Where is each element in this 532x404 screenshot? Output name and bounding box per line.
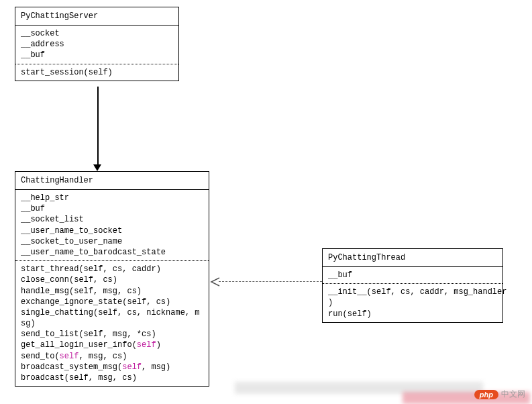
arrowhead-left-icon: [210, 276, 219, 286]
arrowhead-down-icon: [93, 164, 101, 171]
class-title: ChattingHandler: [15, 172, 209, 190]
class-methods: start_thread(self, cs, caddr) close_conn…: [15, 261, 209, 386]
class-methods: start_session(self): [15, 64, 178, 81]
method: broadcast_system_msg(self, msg): [21, 362, 203, 372]
method: close_conn(self, cs): [21, 274, 203, 285]
attr: __buf: [21, 203, 203, 214]
class-attributes: __socket __address __buf: [15, 26, 178, 64]
method: start_session(self): [21, 67, 173, 78]
class-attributes: __buf: [323, 267, 502, 284]
watermark: php 中文网: [474, 389, 525, 400]
method: send_to(self, msg, cs): [21, 351, 203, 362]
method: __init__(self, cs, caddr, msg_handler: [328, 287, 497, 297]
dependency-line: [219, 281, 322, 282]
class-pychattingserver: PyChattingServer __socket __address __bu…: [15, 7, 179, 81]
method: broadcast(self, msg, cs): [21, 372, 203, 383]
method: start_thread(self, cs, caddr): [21, 264, 203, 274]
method: handle_msg(self, msg, cs): [21, 286, 203, 297]
method: exchange_ignore_state(self, cs): [21, 297, 203, 307]
method: run(self): [328, 309, 497, 319]
attr: __user_name_to_barodcast_state: [21, 247, 203, 258]
attr: __buf: [21, 50, 173, 60]
attr: __user_name_to_socket: [21, 225, 203, 236]
attr: __address: [21, 39, 173, 50]
method: get_all_login_user_info(self): [21, 340, 203, 350]
attr: __buf: [328, 270, 497, 281]
class-attributes: __help_str __buf __socket_list __user_na…: [15, 190, 209, 261]
attr: __help_str: [21, 193, 203, 203]
attr: __socket: [21, 28, 173, 39]
class-pychattingthread: PyChattingThread __buf __init__(self, cs…: [322, 248, 503, 323]
attr: __socket_list: [21, 214, 203, 225]
php-badge-icon: php: [474, 390, 498, 399]
method: ): [328, 297, 497, 308]
attr: __socket_to_user_name: [21, 236, 203, 247]
method: single_chatting(self, cs, nickname, m: [21, 307, 203, 318]
class-methods: __init__(self, cs, caddr, msg_handler ) …: [323, 284, 502, 322]
class-title: PyChattingThread: [323, 249, 502, 267]
method: sg): [21, 318, 203, 329]
association-line: [97, 87, 99, 166]
class-title: PyChattingServer: [15, 7, 178, 26]
watermark-text: 中文网: [501, 389, 525, 400]
class-chattinghandler: ChattingHandler __help_str __buf __socke…: [15, 171, 209, 387]
method: send_to_list(self, msg, *cs): [21, 329, 203, 340]
